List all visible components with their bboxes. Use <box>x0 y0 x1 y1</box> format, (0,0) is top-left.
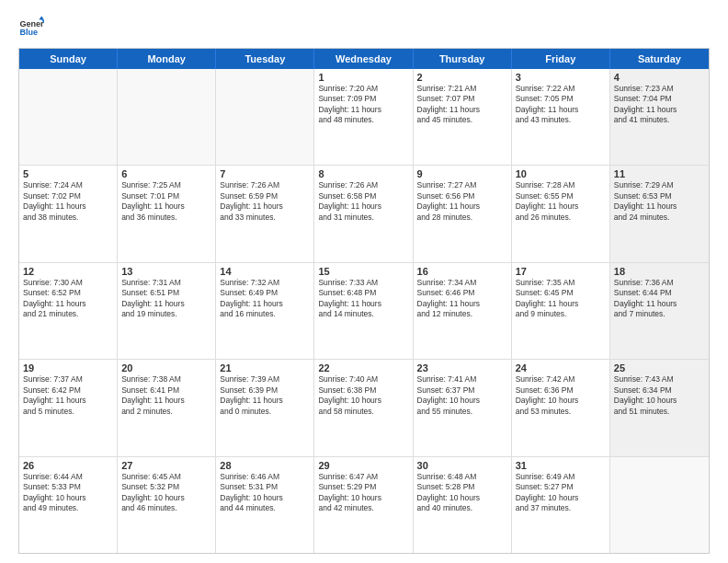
day-cell-11: 11Sunrise: 7:29 AM Sunset: 6:53 PM Dayli… <box>610 166 709 261</box>
day-number: 23 <box>417 362 507 373</box>
week-row-5: 26Sunrise: 6:44 AM Sunset: 5:33 PM Dayli… <box>19 457 709 553</box>
day-info: Sunrise: 7:26 AM Sunset: 6:59 PM Dayligh… <box>220 180 310 223</box>
day-info: Sunrise: 6:48 AM Sunset: 5:28 PM Dayligh… <box>417 472 507 514</box>
day-cell-15: 15Sunrise: 7:33 AM Sunset: 6:48 PM Dayli… <box>314 263 413 359</box>
day-number: 14 <box>220 266 310 277</box>
day-number: 27 <box>121 460 211 471</box>
empty-cell-0-1 <box>118 69 216 165</box>
day-header-sunday: Sunday <box>19 49 118 69</box>
day-info: Sunrise: 7:23 AM Sunset: 7:04 PM Dayligh… <box>614 84 705 126</box>
day-number: 19 <box>23 362 113 373</box>
day-number: 12 <box>23 266 113 277</box>
day-cell-24: 24Sunrise: 7:42 AM Sunset: 6:36 PM Dayli… <box>512 360 610 455</box>
day-info: Sunrise: 6:44 AM Sunset: 5:33 PM Dayligh… <box>23 472 113 514</box>
empty-cell-0-0 <box>19 69 118 165</box>
day-cell-30: 30Sunrise: 6:48 AM Sunset: 5:28 PM Dayli… <box>414 457 512 553</box>
day-number: 17 <box>516 266 606 277</box>
svg-marker-2 <box>39 16 44 19</box>
day-info: Sunrise: 7:24 AM Sunset: 7:02 PM Dayligh… <box>23 180 113 223</box>
day-cell-29: 29Sunrise: 6:47 AM Sunset: 5:29 PM Dayli… <box>314 457 413 553</box>
calendar-header: SundayMondayTuesdayWednesdayThursdayFrid… <box>19 49 709 69</box>
day-number: 1 <box>318 72 408 83</box>
day-header-saturday: Saturday <box>610 49 709 69</box>
day-cell-28: 28Sunrise: 6:46 AM Sunset: 5:31 PM Dayli… <box>216 457 314 553</box>
day-number: 25 <box>614 362 705 373</box>
day-info: Sunrise: 7:25 AM Sunset: 7:01 PM Dayligh… <box>121 180 211 223</box>
day-info: Sunrise: 6:47 AM Sunset: 5:29 PM Dayligh… <box>318 472 408 514</box>
day-info: Sunrise: 7:34 AM Sunset: 6:46 PM Dayligh… <box>417 278 507 320</box>
day-info: Sunrise: 7:26 AM Sunset: 6:58 PM Dayligh… <box>318 180 408 223</box>
day-info: Sunrise: 7:41 AM Sunset: 6:37 PM Dayligh… <box>417 374 507 417</box>
day-info: Sunrise: 7:22 AM Sunset: 7:05 PM Dayligh… <box>516 84 606 126</box>
day-info: Sunrise: 7:20 AM Sunset: 7:09 PM Dayligh… <box>318 84 408 126</box>
day-info: Sunrise: 7:31 AM Sunset: 6:51 PM Dayligh… <box>121 278 211 320</box>
day-number: 22 <box>318 362 408 373</box>
day-number: 7 <box>220 168 310 179</box>
day-cell-21: 21Sunrise: 7:39 AM Sunset: 6:39 PM Dayli… <box>216 360 314 455</box>
day-info: Sunrise: 7:36 AM Sunset: 6:44 PM Dayligh… <box>614 278 705 320</box>
header: General Blue <box>18 15 710 40</box>
day-info: Sunrise: 7:35 AM Sunset: 6:45 PM Dayligh… <box>516 278 606 320</box>
day-info: Sunrise: 6:46 AM Sunset: 5:31 PM Dayligh… <box>220 472 310 514</box>
day-cell-3: 3Sunrise: 7:22 AM Sunset: 7:05 PM Daylig… <box>512 69 610 165</box>
day-cell-5: 5Sunrise: 7:24 AM Sunset: 7:02 PM Daylig… <box>19 166 118 261</box>
day-number: 20 <box>121 362 211 373</box>
day-number: 6 <box>121 168 211 179</box>
calendar-body: 1Sunrise: 7:20 AM Sunset: 7:09 PM Daylig… <box>19 69 709 553</box>
svg-text:General: General <box>19 19 44 29</box>
day-number: 28 <box>220 460 310 471</box>
day-cell-7: 7Sunrise: 7:26 AM Sunset: 6:59 PM Daylig… <box>216 166 314 261</box>
day-info: Sunrise: 6:49 AM Sunset: 5:27 PM Dayligh… <box>516 472 606 514</box>
day-info: Sunrise: 7:38 AM Sunset: 6:41 PM Dayligh… <box>121 374 211 417</box>
day-cell-27: 27Sunrise: 6:45 AM Sunset: 5:32 PM Dayli… <box>118 457 216 553</box>
day-number: 29 <box>318 460 408 471</box>
day-header-thursday: Thursday <box>414 49 512 69</box>
day-cell-9: 9Sunrise: 7:27 AM Sunset: 6:56 PM Daylig… <box>414 166 512 261</box>
day-number: 31 <box>516 460 606 471</box>
day-cell-23: 23Sunrise: 7:41 AM Sunset: 6:37 PM Dayli… <box>414 360 512 455</box>
week-row-3: 12Sunrise: 7:30 AM Sunset: 6:52 PM Dayli… <box>19 263 709 360</box>
logo: General Blue <box>18 15 48 40</box>
day-info: Sunrise: 7:42 AM Sunset: 6:36 PM Dayligh… <box>516 374 606 417</box>
day-number: 2 <box>417 72 507 83</box>
empty-cell-0-2 <box>216 69 314 165</box>
day-info: Sunrise: 7:37 AM Sunset: 6:42 PM Dayligh… <box>23 374 113 417</box>
day-number: 24 <box>516 362 606 373</box>
day-header-friday: Friday <box>512 49 610 69</box>
day-cell-20: 20Sunrise: 7:38 AM Sunset: 6:41 PM Dayli… <box>118 360 216 455</box>
day-number: 18 <box>614 266 705 277</box>
day-info: Sunrise: 7:43 AM Sunset: 6:34 PM Dayligh… <box>614 374 705 417</box>
day-number: 3 <box>516 72 606 83</box>
calendar: SundayMondayTuesdayWednesdayThursdayFrid… <box>18 48 710 554</box>
week-row-2: 5Sunrise: 7:24 AM Sunset: 7:02 PM Daylig… <box>19 166 709 262</box>
day-number: 13 <box>121 266 211 277</box>
day-cell-2: 2Sunrise: 7:21 AM Sunset: 7:07 PM Daylig… <box>414 69 512 165</box>
day-cell-18: 18Sunrise: 7:36 AM Sunset: 6:44 PM Dayli… <box>610 263 709 359</box>
week-row-4: 19Sunrise: 7:37 AM Sunset: 6:42 PM Dayli… <box>19 360 709 456</box>
day-cell-19: 19Sunrise: 7:37 AM Sunset: 6:42 PM Dayli… <box>19 360 118 455</box>
day-info: Sunrise: 7:27 AM Sunset: 6:56 PM Dayligh… <box>417 180 507 223</box>
day-number: 8 <box>318 168 408 179</box>
day-number: 9 <box>417 168 507 179</box>
day-cell-6: 6Sunrise: 7:25 AM Sunset: 7:01 PM Daylig… <box>118 166 216 261</box>
day-number: 11 <box>614 168 705 179</box>
day-cell-14: 14Sunrise: 7:32 AM Sunset: 6:49 PM Dayli… <box>216 263 314 359</box>
day-info: Sunrise: 7:33 AM Sunset: 6:48 PM Dayligh… <box>318 278 408 320</box>
day-header-tuesday: Tuesday <box>216 49 314 69</box>
day-cell-12: 12Sunrise: 7:30 AM Sunset: 6:52 PM Dayli… <box>19 263 118 359</box>
day-number: 21 <box>220 362 310 373</box>
day-info: Sunrise: 7:28 AM Sunset: 6:55 PM Dayligh… <box>516 180 606 223</box>
day-number: 30 <box>417 460 507 471</box>
day-cell-13: 13Sunrise: 7:31 AM Sunset: 6:51 PM Dayli… <box>118 263 216 359</box>
day-header-monday: Monday <box>118 49 216 69</box>
day-cell-22: 22Sunrise: 7:40 AM Sunset: 6:38 PM Dayli… <box>314 360 413 455</box>
page: General Blue SundayMondayTuesdayWednesda… <box>0 0 728 563</box>
svg-text:Blue: Blue <box>19 28 38 37</box>
day-info: Sunrise: 7:29 AM Sunset: 6:53 PM Dayligh… <box>614 180 705 223</box>
day-info: Sunrise: 7:40 AM Sunset: 6:38 PM Dayligh… <box>318 374 408 417</box>
day-cell-4: 4Sunrise: 7:23 AM Sunset: 7:04 PM Daylig… <box>610 69 709 165</box>
day-cell-25: 25Sunrise: 7:43 AM Sunset: 6:34 PM Dayli… <box>610 360 709 455</box>
day-number: 15 <box>318 266 408 277</box>
day-cell-10: 10Sunrise: 7:28 AM Sunset: 6:55 PM Dayli… <box>512 166 610 261</box>
day-number: 5 <box>23 168 113 179</box>
